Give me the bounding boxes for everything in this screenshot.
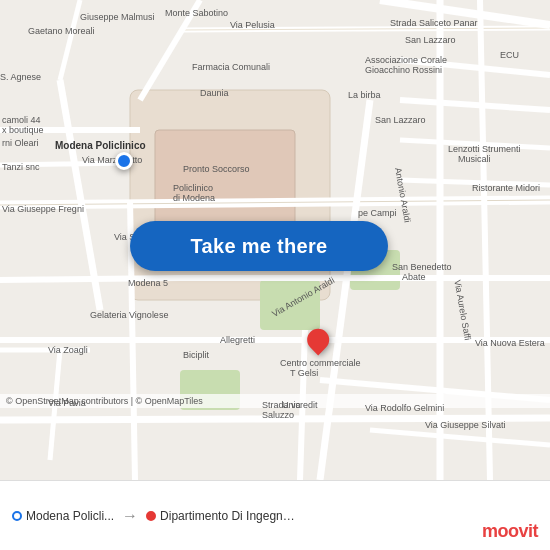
moovit-logo-text: moovit <box>482 521 538 542</box>
take-me-there-button[interactable]: Take me there <box>130 221 388 271</box>
destination-dot <box>146 511 156 521</box>
direction-arrow: → <box>122 507 138 525</box>
map-area: Via Pelusia Strada Saliceto Panar San La… <box>0 0 550 480</box>
svg-line-24 <box>0 163 130 165</box>
destination-text: Dipartimento Di Ingegneria ""Enzo... <box>160 509 300 523</box>
map-container: Via Pelusia Strada Saliceto Panar San La… <box>0 0 550 550</box>
svg-line-14 <box>0 418 550 420</box>
destination-location: Dipartimento Di Ingegneria ""Enzo... <box>146 509 300 523</box>
origin-location: Modena Policli... <box>12 509 114 523</box>
bottom-locations: Modena Policli... → Dipartimento Di Inge… <box>12 507 538 525</box>
take-me-there-label: Take me there <box>191 235 328 258</box>
origin-text: Modena Policli... <box>26 509 114 523</box>
origin-dot <box>12 511 22 521</box>
moovit-logo: moovit <box>482 521 538 542</box>
bottom-bar: Modena Policli... → Dipartimento Di Inge… <box>0 480 550 550</box>
svg-rect-3 <box>260 280 320 330</box>
map-attribution: © OpenStreetMap contributors | © OpenMap… <box>0 394 550 408</box>
origin-pin <box>115 152 133 170</box>
svg-line-11 <box>0 278 180 280</box>
